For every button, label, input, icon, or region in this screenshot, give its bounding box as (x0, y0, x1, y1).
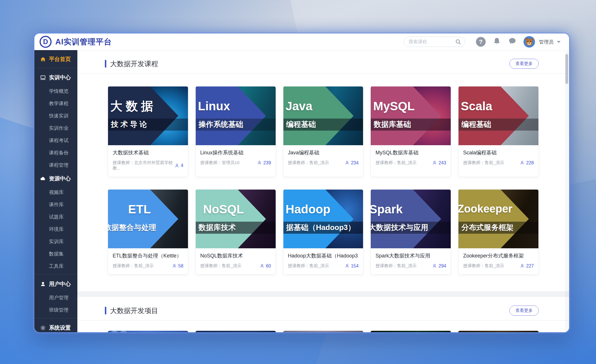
sidebar-item-zuoye[interactable]: 实训作业 (34, 122, 77, 134)
course-cover: 大 数 据 技 术 导 论 (108, 86, 188, 145)
sidebar-item-gongjuku[interactable]: 工具库 (34, 260, 77, 272)
app-window: D AI实训管理平台 ? (34, 34, 569, 332)
cover-big-text: Spark (371, 203, 403, 215)
messages-chat-icon[interactable] (508, 37, 517, 47)
user-avatar[interactable] (524, 36, 535, 48)
person-icon (345, 263, 350, 268)
app-title: AI实训管理平台 (55, 37, 112, 47)
sidebar-item-xueqing[interactable]: 学情概览 (34, 85, 77, 97)
course-count: 234 (351, 160, 359, 166)
course-title: Linux操作系统基础 (200, 149, 271, 156)
sidebar-group-users[interactable]: 用户中心 (34, 277, 77, 292)
course-card[interactable]: NoSQL 数据库技术 NoSQL数据库技术 授课教师：售前_演示 60 (195, 189, 276, 275)
course-title: 大数据技术基础 (113, 149, 183, 156)
project-grid: 00 大数据开发案例 ··· 大数据开发案例 大 (77, 331, 569, 332)
course-title: Java编程基础 (288, 149, 359, 156)
course-card[interactable]: MySQL 数据库基础 MySQL数据库基础 授课教师：售前_演示 243 (370, 86, 451, 177)
sidebar-group-resources[interactable]: 资源中心 (34, 171, 77, 186)
course-card[interactable]: 大 数 据 技 术 导 论 大数据技术基础 授课教师：北京市对外贸易学校教...… (108, 86, 188, 177)
section-accent-bar (105, 60, 106, 68)
chevron-down-icon[interactable] (557, 41, 560, 43)
sidebar-item-huanjingku[interactable]: 环境库 (34, 223, 77, 235)
course-card[interactable]: Linux 操作系统基础 Linux操作系统基础 授课教师：管理员10 239 (195, 86, 276, 177)
cover-big-text: Java (286, 100, 312, 112)
sidebar-item-home[interactable]: 平台首页 (34, 52, 77, 66)
course-cover: Linux 操作系统基础 (196, 86, 276, 145)
help-icon[interactable]: ? (476, 37, 486, 47)
course-count: 227 (526, 263, 534, 269)
course-count: 58 (178, 263, 183, 269)
cover-sub-text: 操作系统基础 (199, 120, 243, 129)
cover-arrow-shape (283, 86, 354, 145)
course-title: Spark大数据技术与应用 (375, 252, 446, 259)
sidebar-item-shujuji[interactable]: 数据集 (34, 248, 77, 260)
course-title: NoSQL数据库技术 (200, 252, 271, 259)
sidebar-item-shitiku[interactable]: 试题库 (34, 211, 77, 223)
sidebar-group-label: 用户中心 (49, 280, 71, 288)
course-teacher: 授课教师：售前_演示 (288, 263, 329, 269)
sidebar-item-kaoshi[interactable]: 课程考试 (34, 134, 77, 147)
cover-sub-text: 据基础（Hadoop3） (286, 223, 355, 232)
course-count: 294 (438, 263, 446, 269)
course-card[interactable]: ETL 数据整合与处理 ETL数据整合与处理（Kettle） 授课教师：售前_演… (108, 189, 188, 275)
course-cover: Java 编程基础 (283, 86, 363, 145)
main-content: 大数据开发课程 查看更多 大 数 据 技 术 导 论 (77, 50, 569, 332)
sidebar-group-label: 实训中心 (49, 74, 71, 81)
cover-big-text: Scala (461, 100, 492, 112)
project-card[interactable]: 大数据开发案例 (370, 331, 451, 332)
section-divider (77, 73, 569, 74)
cover-arrow-shape (196, 86, 266, 145)
sidebar-item-kejianku[interactable]: 课件库 (34, 198, 77, 211)
course-title: Hadoop大数据基础（Hadoop3） (288, 252, 359, 259)
project-card[interactable]: 00 大数据开发案例 (108, 331, 188, 332)
project-cover: 大数据开发案例 (370, 331, 451, 332)
course-card[interactable]: Hadoop 据基础（Hadoop3） Hadoop大数据基础（Hadoop3）… (283, 189, 364, 275)
section-title: 大数据开发课程 (110, 59, 158, 68)
person-icon (520, 263, 525, 268)
active-item-notch (77, 57, 78, 62)
course-cover: ETL 数据整合与处理 (108, 190, 188, 248)
sidebar-item-beifen[interactable]: 课程备份 (34, 147, 77, 159)
sidebar-item-jiaoxue[interactable]: 教学课程 (34, 97, 77, 110)
view-more-button[interactable]: 查看更多 (509, 59, 539, 69)
course-count: 228 (526, 160, 534, 166)
sidebar-item-shixunku[interactable]: 实训库 (34, 235, 77, 248)
course-card[interactable]: Spark 大数据技术与应用 Spark大数据技术与应用 授课教师：售前_演示 … (370, 189, 451, 275)
course-teacher: 授课教师：售前_演示 (375, 160, 416, 166)
sidebar-group-settings[interactable]: 系统设置 (34, 320, 77, 332)
course-card[interactable]: Zookeeper 分布式服务框架 Zookeeper分布式服务框架 授课教师：… (458, 189, 539, 275)
sidebar: 平台首页 实训中心 学情概览 教学课程 快速实训 实训作业 课程考试 课程备份 … (34, 50, 77, 332)
sidebar-item-shipinku[interactable]: 视频库 (34, 186, 77, 198)
project-card[interactable]: 大数据开发案例 (283, 331, 364, 332)
course-card[interactable]: Java 编程基础 Java编程基础 授课教师：售前_演示 234 (283, 86, 364, 177)
sidebar-item-banji[interactable]: 班级管理 (34, 304, 77, 316)
notifications-bell-icon[interactable] (493, 37, 501, 47)
sidebar-item-kuaisu[interactable]: 快速实训 (34, 110, 77, 122)
user-name[interactable]: 管理员 (539, 39, 554, 45)
scrollbar-thumb[interactable] (565, 54, 568, 84)
view-more-button[interactable]: 查看更多 (509, 306, 539, 316)
search-icon[interactable] (455, 39, 461, 46)
course-cover: Hadoop 据基础（Hadoop3） (283, 190, 363, 248)
sidebar-item-guanli[interactable]: 课程管理 (34, 159, 77, 171)
person-icon (175, 163, 179, 168)
app-logo-icon: D (40, 36, 52, 48)
course-card[interactable]: Scala 编程基础 Scala编程基础 授课教师：售前_演示 228 (458, 86, 539, 177)
project-card[interactable]: ··· 大数据开发案例 (195, 331, 276, 332)
cover-big-text: Zookeeper (458, 203, 512, 214)
cover-arrow-shape (283, 190, 354, 248)
project-card[interactable]: 大数据开发案例 (458, 331, 539, 332)
scrollbar-track[interactable] (565, 51, 568, 331)
course-title: Scala编程基础 (463, 149, 534, 156)
search-box (404, 37, 465, 47)
desktop-wallpaper: D AI实训管理平台 ? (0, 0, 596, 364)
sidebar-group-training[interactable]: 实训中心 (34, 70, 77, 85)
cover-sub-text: 编程基础 (286, 120, 316, 129)
cover-sub-text: 数据库基础 (374, 120, 411, 129)
course-cover: NoSQL 数据库技术 (196, 190, 276, 248)
course-grid-row-1: 大 数 据 技 术 导 论 大数据技术基础 授课教师：北京市对外贸易学校教...… (77, 86, 569, 177)
course-teacher: 授课教师：管理员10 (200, 160, 240, 166)
course-teacher: 授课教师：售前_演示 (463, 263, 504, 269)
sidebar-item-yonghu[interactable]: 用户管理 (34, 292, 77, 304)
person-icon (172, 263, 177, 268)
